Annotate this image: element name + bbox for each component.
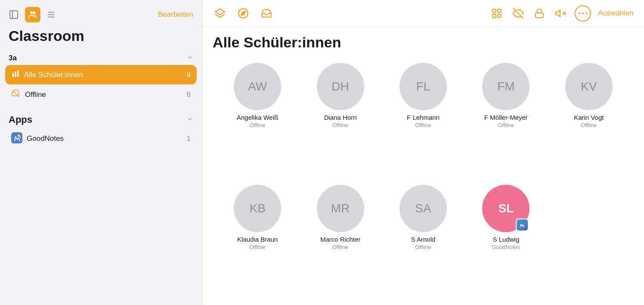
apps-chevron-icon	[186, 115, 193, 124]
cloud-offline-icon	[11, 90, 21, 100]
svg-rect-19	[492, 14, 496, 18]
student-avatar: DH	[317, 63, 364, 110]
main-content: Auswählen Alle Schüler:innen AWAngelika …	[202, 0, 644, 305]
student-avatar: KV	[565, 63, 613, 110]
apps-group-header[interactable]: Apps	[5, 110, 197, 128]
toolbar-left	[213, 6, 274, 21]
svg-rect-9	[17, 70, 19, 77]
goodnotes-count: 1	[187, 134, 191, 143]
student-name: Klaudia Braun	[237, 236, 278, 243]
student-card[interactable]: DHDiana HornOffline	[302, 63, 378, 174]
sidebar-toggle-button[interactable]	[7, 8, 21, 22]
svg-marker-23	[556, 10, 560, 16]
svg-point-27	[582, 12, 584, 14]
sidebar-header: Bearbeiten	[0, 0, 202, 26]
goodnotes-label: GoodNotes	[27, 134, 183, 143]
student-card[interactable]: SL S LudwigGoodNotes	[468, 185, 544, 296]
student-name: Marco Richter	[320, 236, 360, 243]
student-status: Offline	[250, 122, 266, 128]
inbox-icon-button[interactable]	[259, 6, 274, 21]
student-status: GoodNotes	[492, 244, 520, 250]
more-options-button[interactable]	[575, 5, 591, 22]
svg-rect-20	[498, 14, 501, 18]
student-avatar: MR	[317, 185, 364, 232]
student-name: F Möller-Meyer	[484, 114, 528, 121]
chevron-down-icon	[186, 54, 193, 62]
student-name: Karin Vogt	[574, 114, 604, 121]
student-avatar: FM	[482, 63, 529, 110]
student-card[interactable]: KBKlaudia BraunOffline	[220, 185, 295, 296]
svg-rect-17	[492, 9, 496, 12]
group-3a-label: 3a	[9, 54, 17, 62]
student-initials: FL	[416, 80, 430, 93]
student-name: S Arnold	[411, 236, 436, 243]
student-status: Offline	[581, 122, 597, 128]
group-3a-header[interactable]: 3a	[5, 50, 197, 65]
lock-icon-button[interactable]	[533, 6, 546, 21]
layers-icon-button[interactable]	[213, 6, 227, 21]
goodnotes-icon	[11, 132, 22, 145]
svg-rect-22	[536, 13, 543, 18]
compass-icon-button[interactable]	[236, 6, 251, 21]
student-avatar: SL	[482, 185, 529, 232]
sidebar-item-all-students[interactable]: Alle Schüler:innen 9	[5, 65, 197, 84]
list-view-button[interactable]	[45, 8, 58, 21]
eye-off-icon-button[interactable]	[511, 6, 526, 21]
all-students-label: Alle Schüler:innen	[24, 71, 183, 79]
student-name: F Lehmann	[407, 114, 440, 121]
apps-grid-icon-button[interactable]	[489, 6, 504, 21]
student-name: Diana Horn	[324, 114, 357, 121]
student-card[interactable]: SAS ArnoldOffline	[385, 185, 461, 296]
sidebar-section-3a: 3a Alle Schüler:innen 9	[0, 50, 202, 105]
student-grid: AWAngelika WeißOfflineDHDiana HornOfflin…	[202, 54, 644, 305]
svg-rect-8	[15, 72, 16, 77]
student-avatar: AW	[234, 63, 281, 110]
sidebar-item-offline[interactable]: Offline 8	[5, 85, 197, 104]
svg-point-28	[585, 12, 587, 14]
toolbar-right: Auswählen	[489, 5, 634, 22]
svg-point-26	[579, 12, 580, 14]
svg-marker-16	[241, 11, 245, 15]
people-view-button[interactable]	[25, 7, 40, 22]
student-initials: SL	[498, 202, 514, 215]
student-initials: AW	[248, 80, 267, 93]
student-status: Offline	[415, 244, 431, 250]
student-status: Offline	[332, 122, 348, 128]
svg-point-2	[30, 11, 33, 14]
student-card[interactable]: FLF LehmannOffline	[385, 63, 461, 174]
svg-marker-14	[215, 9, 225, 15]
student-card[interactable]: FMF Möller-MeyerOffline	[468, 63, 544, 174]
student-avatar: SA	[399, 185, 447, 232]
svg-rect-0	[10, 11, 18, 19]
student-status: Offline	[332, 244, 348, 250]
student-avatar: KB	[234, 185, 281, 232]
apps-group-label: Apps	[9, 114, 32, 125]
mute-icon-button[interactable]	[553, 6, 568, 21]
sidebar-item-goodnotes[interactable]: GoodNotes 1	[5, 128, 197, 149]
student-name: S Ludwig	[493, 236, 520, 243]
svg-point-3	[33, 11, 35, 14]
sidebar: Bearbeiten Classroom 3a Alle Schüler:inn…	[0, 0, 202, 305]
sidebar-apps-section: Apps GoodNotes 1	[0, 110, 202, 150]
student-initials: KV	[581, 80, 597, 93]
student-card[interactable]: KVKarin VogtOffline	[551, 63, 627, 174]
student-initials: MR	[331, 202, 350, 215]
student-initials: DH	[331, 80, 349, 93]
student-card[interactable]: MRMarco RichterOffline	[302, 185, 378, 296]
main-title: Alle Schüler:innen	[202, 27, 644, 54]
student-card[interactable]: AWAngelika WeißOffline	[220, 63, 295, 174]
student-status: Offline	[415, 122, 431, 128]
svg-rect-11	[11, 132, 22, 143]
svg-rect-29	[518, 221, 526, 229]
main-toolbar: Auswählen	[202, 0, 644, 27]
student-name: Angelika Weiß	[237, 114, 278, 121]
sidebar-title: Classroom	[0, 26, 202, 50]
edit-button[interactable]: Bearbeiten	[158, 10, 193, 19]
student-status: Offline	[498, 122, 514, 128]
svg-rect-7	[12, 73, 14, 77]
goodnotes-badge	[516, 218, 529, 231]
svg-rect-18	[498, 9, 501, 12]
student-initials: KB	[250, 202, 266, 215]
student-initials: FM	[497, 80, 514, 93]
auswahlen-button[interactable]: Auswählen	[598, 9, 634, 18]
